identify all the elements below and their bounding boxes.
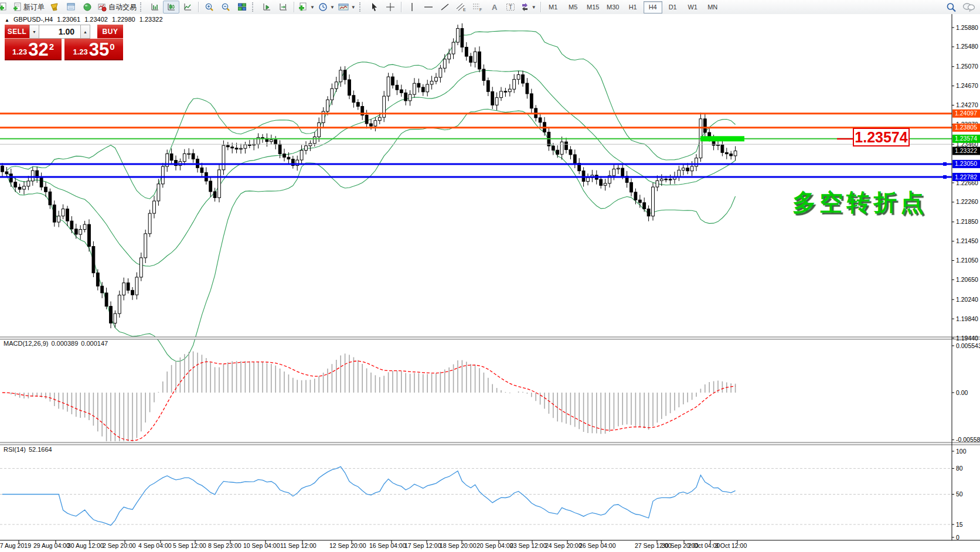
macd-name: MACD(12,26,9) <box>4 340 48 347</box>
toolbar-grip <box>252 2 256 12</box>
timeframe-m30[interactable]: M30 <box>604 1 622 13</box>
macd-signal-line <box>2 361 736 441</box>
timeframe-d1[interactable]: D1 <box>663 1 682 13</box>
svg-text:0.00: 0.00 <box>956 389 968 396</box>
timeframe-w1[interactable]: W1 <box>683 1 702 13</box>
svg-text:1.23805: 1.23805 <box>955 124 977 131</box>
arrow-objects-icon <box>520 2 529 12</box>
text-label-icon: T <box>506 2 515 12</box>
bollinger-bands <box>6 31 735 362</box>
turning-point-annotation[interactable]: 多空转折点 <box>792 186 927 219</box>
collapse-triangle-icon[interactable]: ▲ <box>5 18 9 23</box>
text-label-button[interactable]: T <box>502 1 519 13</box>
objects-toolbar: E F A T ▼ <box>404 0 538 14</box>
tile-windows-button[interactable] <box>234 1 250 13</box>
bar-chart-icon <box>150 2 159 12</box>
highlight-segment <box>700 136 744 141</box>
zoom-out-icon <box>221 2 231 12</box>
rsi-levels <box>0 468 952 524</box>
svg-text:1.24670: 1.24670 <box>956 82 978 89</box>
crosshair-button[interactable] <box>382 1 399 13</box>
buy-price-big: 35 <box>89 41 109 59</box>
svg-text:1.21050: 1.21050 <box>956 257 978 264</box>
line-chart-button[interactable] <box>179 1 196 13</box>
data-window-button[interactable] <box>63 1 79 13</box>
svg-text:E: E <box>463 8 466 12</box>
svg-text:10 Sep 04:00: 10 Sep 04:00 <box>243 542 280 549</box>
autotrading-button[interactable]: 自动交易 <box>96 1 138 13</box>
text-a-icon: A <box>490 2 498 12</box>
timeframe-m5[interactable]: M5 <box>564 1 583 13</box>
chart-type-toolbar <box>147 0 196 14</box>
svg-text:27 Aug 2019: 27 Aug 2019 <box>0 542 31 549</box>
svg-text:1.21850: 1.21850 <box>956 218 978 225</box>
svg-text:1.23050: 1.23050 <box>955 160 977 167</box>
sell-price-small: 1.23 <box>12 47 27 56</box>
search-icon[interactable] <box>946 2 957 12</box>
buy-price-sup: 0 <box>110 42 114 52</box>
horizontal-line-button[interactable] <box>420 1 437 13</box>
high-value: 1.23402 <box>84 16 108 23</box>
volume-input[interactable]: 1.00 <box>39 25 80 39</box>
svg-text:0.005543: 0.005543 <box>956 342 980 349</box>
symbol-period-label: GBPUSD-,H4 <box>13 16 53 23</box>
axis-frame <box>0 14 980 540</box>
sell-price[interactable]: 1.23 32 2 <box>5 39 62 60</box>
globe-icon <box>83 2 92 12</box>
timeframe-m15[interactable]: M15 <box>584 1 603 13</box>
vertical-line-button[interactable] <box>404 1 420 13</box>
chart-canvas[interactable]: 1.258801.254801.250701.246701.242701.238… <box>0 14 980 552</box>
sell-button[interactable]: SELL <box>5 25 29 39</box>
timeframe-h1[interactable]: H1 <box>624 1 642 13</box>
bar-chart-button[interactable] <box>147 1 163 13</box>
toolbar-right <box>946 2 975 12</box>
svg-text:80: 80 <box>956 465 963 472</box>
zoom-in-button[interactable] <box>201 1 217 13</box>
community-chat-icon[interactable] <box>962 2 975 12</box>
timeframe-mn[interactable]: MN <box>703 1 722 13</box>
price-callout-box[interactable]: 1.23574 <box>853 128 910 146</box>
document-plus-icon <box>0 2 8 12</box>
insert-toolbar: ▼ ▼ ▼ <box>297 0 358 14</box>
indicators-button[interactable]: ▼ <box>297 1 317 13</box>
svg-text:5 Sep 12:00: 5 Sep 12:00 <box>173 542 206 549</box>
svg-text:100: 100 <box>956 448 967 455</box>
svg-text:1.22782: 1.22782 <box>955 173 977 180</box>
timeframe-h4[interactable]: H4 <box>644 1 662 13</box>
svg-text:17 Sep 12:00: 17 Sep 12:00 <box>404 542 441 549</box>
pane-separators[interactable] <box>0 337 980 445</box>
text-button[interactable]: A <box>486 1 502 13</box>
candlestick-chart-button[interactable] <box>163 1 179 13</box>
chart-shift-button[interactable] <box>275 1 291 13</box>
horizontal-level-lines[interactable] <box>0 114 952 179</box>
price-axis[interactable]: 1.258801.254801.250701.246701.242701.238… <box>952 24 980 541</box>
candles <box>1 23 737 328</box>
svg-text:A: A <box>492 3 498 12</box>
fibonacci-button[interactable]: F <box>469 1 486 13</box>
zoom-out-button[interactable] <box>217 1 234 13</box>
arrows-button[interactable]: ▼ <box>519 1 538 13</box>
volume-decrease-button[interactable]: ▼ <box>29 25 39 39</box>
buy-button[interactable]: BUY <box>97 25 123 39</box>
favorites-button[interactable] <box>46 1 63 13</box>
periods-button[interactable]: ▼ <box>317 1 336 13</box>
macd-value-main: 0.000389 <box>51 340 78 347</box>
timeframe-m1[interactable]: M1 <box>544 1 563 13</box>
time-axis[interactable]: 27 Aug 201929 Aug 04:0030 Aug 12:002 Sep… <box>0 540 747 549</box>
macd-value-signal: 0.000147 <box>81 340 108 347</box>
new-chart-icon[interactable] <box>0 1 11 13</box>
open-value: 1.23061 <box>57 16 80 23</box>
templates-button[interactable]: ▼ <box>336 1 358 13</box>
trendline-button[interactable] <box>437 1 453 13</box>
cursor-button[interactable] <box>366 1 382 13</box>
buy-price-small: 1.23 <box>73 47 87 56</box>
auto-scroll-button[interactable] <box>258 1 275 13</box>
buy-price[interactable]: 1.23 35 0 <box>64 39 123 60</box>
equidistant-channel-button[interactable]: E <box>453 1 469 13</box>
new-order-button[interactable]: 新订单 <box>11 1 46 13</box>
volume-increase-button[interactable]: ▲ <box>80 25 90 39</box>
svg-text:1.25880: 1.25880 <box>956 24 978 31</box>
strategy-tester-button[interactable] <box>79 1 96 13</box>
svg-text:F: F <box>479 8 482 12</box>
svg-text:15: 15 <box>956 521 963 528</box>
